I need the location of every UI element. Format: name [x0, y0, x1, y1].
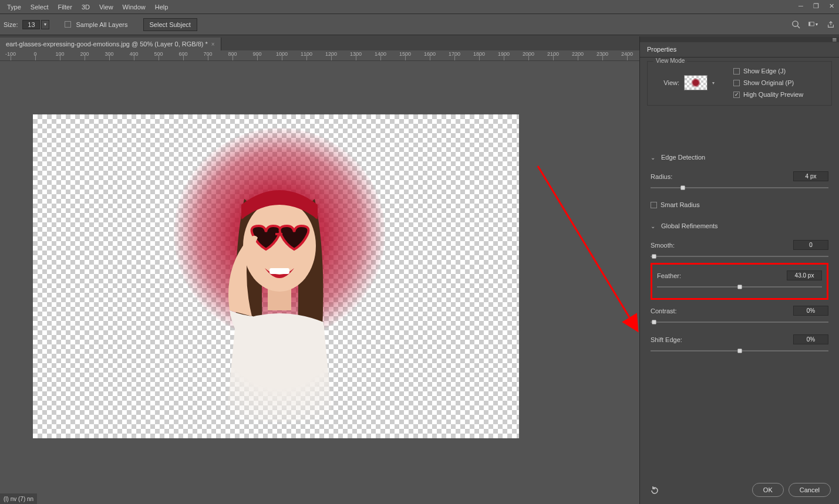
- contrast-control: Contrast: 0%: [651, 303, 828, 327]
- smooth-label: Smooth:: [651, 242, 675, 249]
- view-label: View:: [653, 79, 679, 86]
- ok-button[interactable]: OK: [752, 483, 784, 497]
- svg-line-1: [797, 26, 800, 28]
- edge-detection-header[interactable]: ⌄ Edge Detection: [642, 150, 837, 164]
- close-icon[interactable]: ✕: [826, 1, 837, 11]
- shift-edge-label: Shift Edge:: [651, 336, 682, 343]
- radius-control: Radius: 4 px: [651, 169, 828, 193]
- canvas-area[interactable]: [0, 61, 639, 504]
- menu-select[interactable]: Select: [26, 1, 53, 13]
- document-tab-label: eart-glasses-expressing-good-emotions.jp…: [6, 40, 208, 48]
- chevron-down-icon: ⌄: [651, 223, 656, 229]
- view-dropdown-icon[interactable]: ▾: [712, 80, 718, 86]
- view-mode-group: View Mode View: ▾ Show Edge (J) Show Ori…: [647, 61, 832, 106]
- svg-rect-3: [809, 22, 811, 26]
- radius-label: Radius:: [651, 173, 672, 180]
- chevron-down-icon: ⌄: [651, 154, 656, 161]
- document-tab[interactable]: eart-glasses-expressing-good-emotions.jp…: [0, 38, 221, 50]
- shift-edge-control: Shift Edge: 0%: [651, 332, 828, 356]
- contrast-slider[interactable]: [651, 318, 828, 326]
- global-refinements-section: Smooth: 0 Feather: 43.0 px: [642, 233, 837, 358]
- edge-detection-title: Edge Detection: [661, 154, 705, 161]
- panel-flyout-icon[interactable]: ≡: [832, 35, 837, 44]
- window-controls: ─ ❐ ✕: [796, 1, 837, 11]
- panel-content: View Mode View: ▾ Show Edge (J) Show Ori…: [640, 57, 839, 476]
- search-icon[interactable]: [791, 20, 800, 29]
- feather-slider[interactable]: [657, 283, 822, 291]
- size-value[interactable]: 13: [22, 20, 40, 29]
- maximize-icon[interactable]: ❐: [811, 1, 821, 11]
- edge-detection-section: Radius: 4 px Smart Radius: [642, 164, 837, 211]
- horizontal-ruler: -100010020030040050060070080090010001100…: [0, 50, 639, 61]
- share-icon[interactable]: [826, 20, 835, 29]
- menu-filter[interactable]: Filter: [53, 1, 76, 13]
- show-edge-label: Show Edge (J): [743, 67, 786, 75]
- menu-help[interactable]: Help: [150, 1, 173, 13]
- show-original-checkbox[interactable]: Show Original (P): [733, 79, 803, 86]
- smart-radius-label: Smart Radius: [661, 201, 700, 208]
- smooth-control: Smooth: 0: [651, 238, 828, 262]
- screen-mode-icon[interactable]: ▾: [808, 20, 818, 29]
- smooth-value[interactable]: 0: [793, 240, 828, 250]
- global-refinements-header[interactable]: ⌄ Global Refinements: [642, 219, 837, 233]
- reset-icon[interactable]: [648, 485, 661, 496]
- select-subject-button[interactable]: Select Subject: [143, 18, 197, 31]
- canvas[interactable]: [33, 114, 519, 438]
- feathered-subject: [156, 135, 403, 417]
- person-illustration: [188, 164, 370, 422]
- svg-rect-8: [269, 268, 289, 274]
- radius-value[interactable]: 4 px: [793, 171, 828, 181]
- menu-view[interactable]: View: [95, 1, 118, 13]
- panel-strip: ≡: [640, 36, 839, 42]
- size-label: Size:: [4, 21, 18, 28]
- show-original-label: Show Original (P): [743, 79, 794, 86]
- shift-edge-slider[interactable]: [651, 347, 828, 355]
- smooth-slider[interactable]: [651, 252, 828, 261]
- feather-highlight: Feather: 43.0 px: [651, 263, 828, 300]
- panel-footer: OK Cancel: [640, 476, 839, 504]
- shift-edge-value[interactable]: 0%: [793, 334, 828, 344]
- view-thumbnail[interactable]: [684, 75, 707, 90]
- menu-3d[interactable]: 3D: [77, 1, 95, 13]
- properties-panel: ≡ Properties View Mode View: ▾ Show Edge…: [639, 36, 839, 504]
- svg-point-0: [792, 21, 797, 26]
- feather-value[interactable]: 43.0 px: [787, 270, 822, 280]
- options-bar: Size: 13 ▾ Sample All Layers Select Subj…: [0, 14, 839, 35]
- menu-type[interactable]: Type: [2, 1, 26, 13]
- menu-window[interactable]: Window: [118, 1, 150, 13]
- radius-slider[interactable]: [651, 184, 828, 192]
- sample-all-layers-checkbox[interactable]: [65, 21, 71, 28]
- contrast-label: Contrast:: [651, 307, 677, 314]
- menu-bar: Type Select Filter 3D View Window Help: [0, 0, 839, 14]
- hq-preview-checkbox[interactable]: High Quality Preview: [733, 91, 803, 98]
- feather-label: Feather:: [657, 272, 681, 279]
- view-mode-title: View Mode: [653, 57, 687, 64]
- size-field[interactable]: 13 ▾: [22, 20, 49, 29]
- contrast-value[interactable]: 0%: [793, 306, 828, 316]
- document-tab-close-icon[interactable]: ×: [211, 41, 215, 48]
- size-dropdown-icon[interactable]: ▾: [41, 20, 49, 29]
- minimize-icon[interactable]: ─: [796, 1, 806, 11]
- smart-radius-checkbox[interactable]: Smart Radius: [651, 201, 828, 208]
- sample-all-layers-label: Sample All Layers: [76, 21, 127, 28]
- properties-tab[interactable]: Properties: [640, 42, 683, 57]
- feather-control: Feather: 43.0 px: [657, 268, 822, 292]
- global-refinements-title: Global Refinements: [661, 222, 718, 229]
- panel-tabs: Properties: [640, 42, 839, 57]
- show-edge-checkbox[interactable]: Show Edge (J): [733, 67, 803, 75]
- workspace: -100010020030040050060070080090010001100…: [0, 50, 639, 504]
- cancel-button[interactable]: Cancel: [789, 483, 831, 497]
- status-scrap: (l) nv (7) nn: [0, 493, 37, 504]
- hq-preview-label: High Quality Preview: [743, 91, 803, 98]
